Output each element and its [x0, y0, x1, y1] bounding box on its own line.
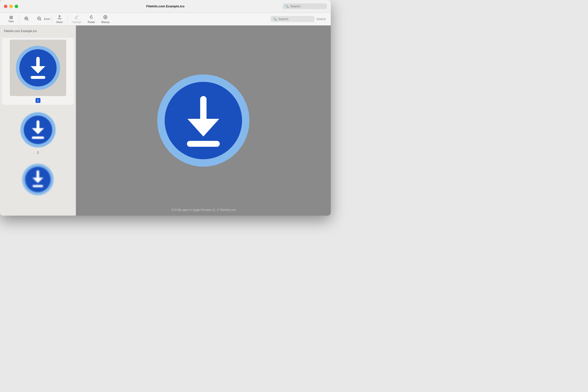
zoom-out-icon: [37, 16, 42, 22]
toolbar-right: 🔍 Search: [270, 16, 326, 22]
markup-icon: [103, 15, 108, 20]
page-number-2: 2: [37, 151, 39, 154]
markup-label: Markup: [102, 21, 110, 24]
thumbnail-icon-3: [21, 163, 54, 196]
share-button[interactable]: Share: [54, 14, 66, 24]
traffic-lights: [4, 5, 18, 8]
toolbar-search-icon: 🔍: [273, 17, 277, 21]
share-icon: [57, 15, 62, 20]
search-input[interactable]: [290, 4, 324, 8]
sidebar-item-3[interactable]: [2, 160, 74, 198]
main-layout: FileInfo.com Example.ico: [0, 26, 331, 216]
search-label: Search: [316, 18, 326, 21]
search-icon: 🔍: [285, 5, 289, 8]
svg-rect-25: [32, 185, 43, 187]
view-label: View: [8, 20, 14, 23]
sidebar-item-1[interactable]: 1: [2, 38, 74, 105]
sidebar-title: FileInfo.com Example.ico: [2, 30, 74, 33]
toolbar: ⊞ View Zoom: [0, 13, 331, 26]
svg-rect-29: [187, 141, 220, 147]
highlight-label: Highlight: [72, 21, 81, 24]
sidebar-thumb-1: [10, 40, 66, 96]
highlight-icon: [74, 15, 79, 20]
toolbar-left: ⊞ View Zoom: [5, 14, 112, 24]
rotate-label: Rotate: [88, 21, 95, 24]
zoom-in-button[interactable]: [20, 15, 32, 23]
view-button[interactable]: ⊞ View: [5, 14, 17, 24]
svg-line-3: [28, 20, 28, 20]
highlight-button[interactable]: Highlight: [69, 14, 84, 24]
toolbar-sep-2: [52, 16, 52, 23]
toolbar-sep-3: [67, 16, 68, 23]
titlebar-right: 🔍: [283, 4, 327, 9]
sidebar-thumb-3: [21, 162, 55, 196]
svg-rect-20: [32, 136, 44, 139]
share-label: Share: [56, 21, 63, 24]
markup-button[interactable]: Markup: [98, 14, 112, 24]
sidebar-item-2[interactable]: 2: [2, 109, 74, 156]
thumbnail-icon-1: [15, 44, 61, 91]
toolbar-search-input[interactable]: [278, 17, 312, 21]
main-icon: [156, 73, 251, 168]
view-icon: ⊞: [9, 15, 13, 20]
svg-rect-15: [30, 76, 45, 79]
rotate-icon: [89, 15, 94, 20]
close-button[interactable]: [4, 5, 7, 8]
toolbar-sep-1: [18, 16, 19, 23]
toolbar-search-bar[interactable]: 🔍: [270, 16, 314, 22]
titlebar-search[interactable]: 🔍: [283, 4, 327, 9]
maximize-button[interactable]: [15, 5, 18, 8]
content-area: .ICO file open in Apple Preview 11. © Fi…: [76, 26, 331, 216]
zoom-out-button[interactable]: [33, 15, 45, 23]
svg-line-6: [40, 20, 41, 20]
window-title: FileInfo.com Example.ico: [146, 4, 184, 8]
titlebar: FileInfo.com Example.ico 🔍: [0, 0, 331, 13]
sidebar[interactable]: FileInfo.com Example.ico: [0, 26, 76, 216]
zoom-in-icon: [24, 16, 29, 22]
sidebar-thumb-2: [19, 111, 57, 149]
thumbnail-icon-2: [20, 112, 56, 148]
zoom-label: Zoom: [44, 18, 50, 20]
minimize-button[interactable]: [9, 5, 13, 8]
page-badge-1: 1: [36, 98, 40, 103]
content-footer: .ICO file open in Apple Preview 11. © Fi…: [171, 208, 236, 212]
svg-rect-28: [200, 96, 206, 122]
rotate-button[interactable]: Rotate: [85, 14, 98, 24]
